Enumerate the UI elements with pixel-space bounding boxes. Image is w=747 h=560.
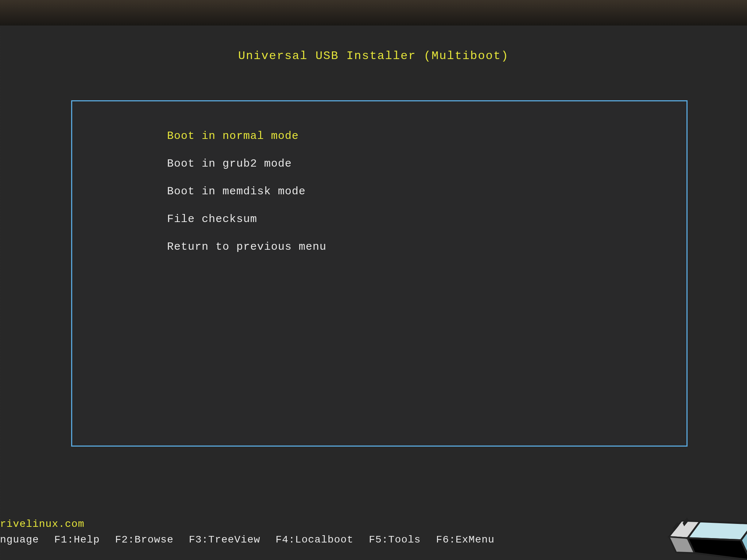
usb-drive-icon	[659, 491, 747, 560]
hotkey-browse[interactable]: F2:Browse	[115, 534, 173, 545]
menu-item-boot-grub2[interactable]: Boot in grub2 mode	[167, 158, 686, 169]
menu-item-boot-memdisk[interactable]: Boot in memdisk mode	[167, 186, 686, 197]
hotkey-tools[interactable]: F5:Tools	[369, 534, 421, 545]
hotkey-localboot[interactable]: F4:Localboot	[276, 534, 354, 545]
hotkey-language[interactable]: nguage	[0, 534, 39, 545]
monitor-bezel	[0, 0, 747, 26]
footer-url: rivelinux.com	[0, 518, 495, 530]
boot-menu-title: Universal USB Installer (Multiboot)	[0, 49, 747, 63]
menu-item-return[interactable]: Return to previous menu	[167, 241, 686, 252]
boot-menu-list: Boot in normal mode Boot in grub2 mode B…	[72, 101, 686, 252]
hotkey-treeview[interactable]: F3:TreeView	[189, 534, 260, 545]
footer-bar: rivelinux.com nguage F1:Help F2:Browse F…	[0, 518, 495, 545]
menu-item-file-checksum[interactable]: File checksum	[167, 214, 686, 225]
menu-item-boot-normal[interactable]: Boot in normal mode	[167, 131, 686, 141]
hotkey-help[interactable]: F1:Help	[54, 534, 100, 545]
boot-menu-box: Boot in normal mode Boot in grub2 mode B…	[71, 100, 688, 447]
hotkey-exmenu[interactable]: F6:ExMenu	[436, 534, 495, 545]
footer-hotkeys: nguage F1:Help F2:Browse F3:TreeView F4:…	[0, 534, 495, 545]
